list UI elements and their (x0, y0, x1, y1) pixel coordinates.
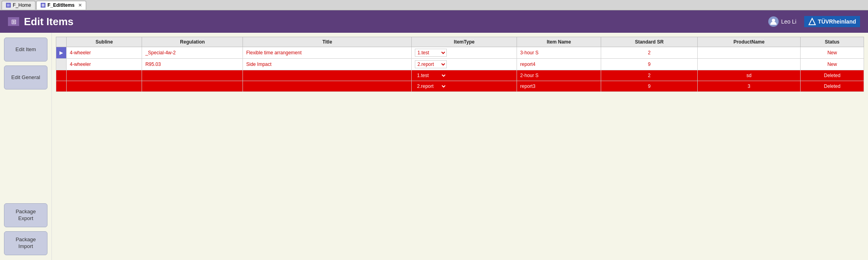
sidebar-spacer (4, 93, 47, 199)
row-itemtype[interactable]: 2.report (412, 59, 517, 70)
row-productname (698, 47, 801, 59)
tuv-logo-text: TÜVRheinland (818, 18, 856, 25)
col-productname: ProductName (698, 37, 801, 47)
row-subline (67, 70, 142, 81)
col-standardsr: Standard SR (601, 37, 698, 47)
row-subline (67, 81, 142, 92)
row-itemname: report4 (517, 59, 601, 70)
page-title: Edit Items (24, 16, 73, 28)
table-row: ▶4-wheeler_Special-4w-2Flexible time arr… (56, 47, 864, 59)
tab-f-home[interactable]: ⊞ F_Home (2, 1, 36, 10)
row-indicator (56, 70, 67, 81)
user-avatar-icon (768, 16, 779, 27)
user-name: Leo Li (781, 18, 796, 25)
tab-home-label: F_Home (13, 2, 31, 8)
tab-bar: ⊞ F_Home ⊞ F_EditItems ✕ (0, 0, 868, 10)
row-standardsr: 9 (601, 81, 698, 92)
row-title (243, 70, 412, 81)
row-itemname: 2-hour S (517, 70, 601, 81)
edit-general-button[interactable]: Edit General (4, 65, 47, 89)
itemtype-select[interactable]: 2.report (415, 60, 447, 68)
sidebar: Edit Item Edit General Package Export Pa… (0, 33, 52, 260)
tab-home-icon: ⊞ (6, 3, 11, 8)
row-title (243, 81, 412, 92)
table-row: 4-wheelerR95.03Side Impact2.reportreport… (56, 59, 864, 70)
itemtype-select[interactable]: 1.test (415, 49, 447, 57)
row-productname: 3 (698, 81, 801, 92)
app-header: ⊞ Edit Items Leo Li TÜVRheinland (0, 10, 868, 33)
tab-edititems-label: F_EditItems (47, 2, 75, 8)
row-productname (698, 59, 801, 70)
itemtype-select[interactable]: 1.test (415, 72, 447, 79)
row-regulation: _Special-4w-2 (142, 47, 243, 59)
row-itemtype[interactable]: 1.test (412, 70, 517, 81)
content-area: Subline Regulation Title ItemType Item N… (52, 33, 868, 260)
row-indicator (56, 59, 67, 70)
row-itemtype[interactable]: 2.report (412, 81, 517, 92)
row-subline: 4-wheeler (67, 47, 142, 59)
tab-edititems-icon: ⊞ (41, 3, 45, 8)
row-standardsr: 2 (601, 70, 698, 81)
row-status: New (801, 59, 864, 70)
package-import-button[interactable]: Package Import (4, 231, 47, 255)
table-header-row: Subline Regulation Title ItemType Item N… (56, 37, 864, 47)
col-status: Status (801, 37, 864, 47)
row-standardsr: 9 (601, 59, 698, 70)
row-indicator (56, 81, 67, 92)
row-productname: sd (698, 70, 801, 81)
table-row: 2.reportreport393Deleted (56, 81, 864, 92)
row-status: New (801, 47, 864, 59)
header-icon: ⊞ (8, 17, 19, 26)
itemtype-select[interactable]: 2.report (415, 83, 447, 90)
main-area: Edit Item Edit General Package Export Pa… (0, 33, 868, 260)
row-standardsr: 2 (601, 47, 698, 59)
row-subline: 4-wheeler (67, 59, 142, 70)
row-itemtype[interactable]: 1.test (412, 47, 517, 59)
col-title: Title (243, 37, 412, 47)
row-regulation: R95.03 (142, 59, 243, 70)
tab-f-edititems[interactable]: ⊞ F_EditItems ✕ (36, 1, 86, 10)
row-itemname: report3 (517, 81, 601, 92)
items-table: Subline Regulation Title ItemType Item N… (56, 37, 864, 92)
row-title: Flexible time arrangement (243, 47, 412, 59)
svg-point-0 (772, 19, 775, 22)
tab-close-icon[interactable]: ✕ (78, 3, 82, 8)
package-export-button[interactable]: Package Export (4, 203, 47, 227)
row-regulation (142, 81, 243, 92)
col-regulation: Regulation (142, 37, 243, 47)
col-subline: Subline (67, 37, 142, 47)
row-itemname: 3-hour S (517, 47, 601, 59)
row-indicator: ▶ (56, 47, 67, 59)
edit-item-button[interactable]: Edit Item (4, 38, 47, 62)
row-status: Deleted (801, 81, 864, 92)
col-itemtype: ItemType (412, 37, 517, 47)
row-status: Deleted (801, 70, 864, 81)
header-left: ⊞ Edit Items (8, 16, 73, 28)
col-indicator (56, 37, 67, 47)
table-row: 1.test2-hour S2sdDeleted (56, 70, 864, 81)
tuv-logo: TÜVRheinland (804, 16, 860, 27)
header-right: Leo Li TÜVRheinland (768, 16, 860, 27)
col-itemname: Item Name (517, 37, 601, 47)
svg-marker-1 (809, 18, 815, 25)
user-info: Leo Li (768, 16, 796, 27)
row-title: Side Impact (243, 59, 412, 70)
row-regulation (142, 70, 243, 81)
